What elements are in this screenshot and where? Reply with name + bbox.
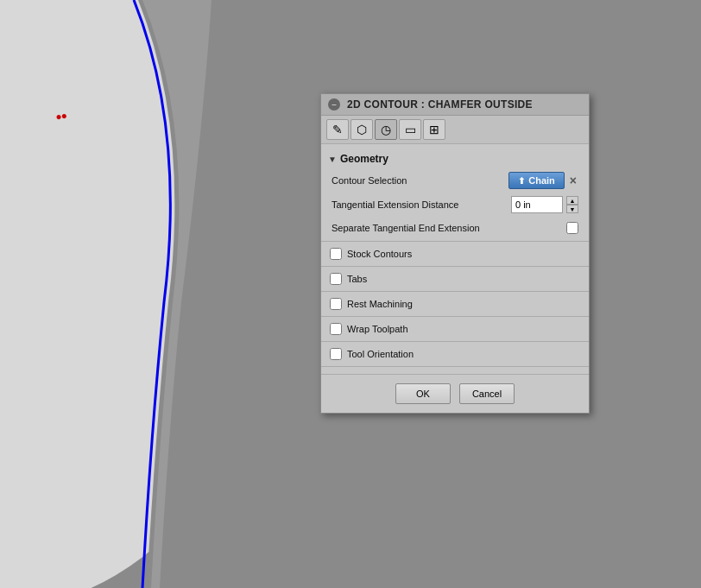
- dialog-title: 2D CONTOUR : CHAMFER OUTSIDE: [347, 98, 533, 111]
- separate-tangential-row: Separate Tangential End Extension: [321, 217, 589, 239]
- rest-machining-label: Rest Machining: [347, 299, 413, 309]
- clear-chain-button[interactable]: ×: [568, 174, 578, 187]
- wrap-toolpath-checkbox[interactable]: [330, 323, 342, 335]
- spinner-buttons: ▲ ▼: [566, 196, 578, 213]
- tangential-extension-input[interactable]: [511, 196, 563, 213]
- tab-edit[interactable]: ✎: [326, 119, 349, 140]
- stock-contours-label: Stock Contours: [347, 249, 412, 259]
- dialog-body: ▼ Geometry Contour Selection ⬆ Chain × T…: [321, 144, 589, 374]
- divider-6: [321, 366, 589, 367]
- chain-button[interactable]: ⬆ Chain: [508, 172, 565, 189]
- tangential-extension-control: ▲ ▼: [511, 196, 578, 213]
- dialog-titlebar: – 2D CONTOUR : CHAMFER OUTSIDE: [321, 94, 589, 116]
- contour-selection-label: Contour Selection: [332, 175, 508, 186]
- dialog-icon: –: [328, 98, 340, 111]
- wrap-toolpath-row[interactable]: Wrap Toolpath: [321, 319, 589, 339]
- tab-grid[interactable]: ⊞: [423, 119, 445, 140]
- tabs-label: Tabs: [347, 274, 367, 284]
- stock-contours-checkbox[interactable]: [330, 248, 342, 260]
- rest-machining-checkbox[interactable]: [330, 298, 342, 310]
- dialog-buttons-row: OK Cancel: [321, 374, 589, 413]
- tabs-checkbox[interactable]: [330, 273, 342, 285]
- ok-button[interactable]: OK: [395, 383, 451, 404]
- separate-tangential-checkbox[interactable]: [566, 222, 578, 234]
- chain-label: Chain: [528, 175, 555, 186]
- separate-tangential-control: [566, 222, 578, 234]
- wrap-toolpath-label: Wrap Toolpath: [347, 324, 408, 334]
- separate-tangential-label: Separate Tangential End Extension: [332, 223, 566, 233]
- tabs-row[interactable]: Tabs: [321, 269, 589, 289]
- divider-1: [321, 241, 589, 242]
- contour-selection-row: Contour Selection ⬆ Chain ×: [321, 168, 589, 193]
- tool-orientation-label: Tool Orientation: [347, 349, 414, 359]
- stock-contours-row[interactable]: Stock Contours: [321, 243, 589, 264]
- rest-machining-row[interactable]: Rest Machining: [321, 294, 589, 314]
- spinner-up[interactable]: ▲: [566, 196, 578, 205]
- dialog-2d-contour: – 2D CONTOUR : CHAMFER OUTSIDE ✎ ⬡ ◷ ▭ ⊞…: [320, 93, 590, 414]
- divider-5: [321, 341, 589, 342]
- geometry-title: Geometry: [340, 153, 388, 165]
- tangential-extension-label: Tangential Extension Distance: [332, 199, 511, 210]
- contour-selection-control: ⬆ Chain ×: [508, 172, 578, 189]
- tab-clock[interactable]: ◷: [375, 119, 397, 140]
- tool-orientation-checkbox[interactable]: [330, 348, 342, 360]
- dialog-toolbar: ✎ ⬡ ◷ ▭ ⊞: [321, 116, 589, 144]
- tab-shape[interactable]: ⬡: [350, 119, 373, 140]
- tab-box[interactable]: ▭: [399, 119, 421, 140]
- cursor-icon: ⬆: [518, 176, 525, 186]
- divider-3: [321, 291, 589, 292]
- divider-4: [321, 316, 589, 317]
- tool-orientation-row[interactable]: Tool Orientation: [321, 344, 589, 364]
- spinner-down[interactable]: ▼: [566, 205, 578, 213]
- geometry-arrow: ▼: [328, 155, 337, 164]
- cancel-button[interactable]: Cancel: [459, 383, 515, 404]
- geometry-section-header[interactable]: ▼ Geometry: [321, 149, 589, 168]
- divider-2: [321, 266, 589, 267]
- tangential-extension-row: Tangential Extension Distance ▲ ▼: [321, 193, 589, 217]
